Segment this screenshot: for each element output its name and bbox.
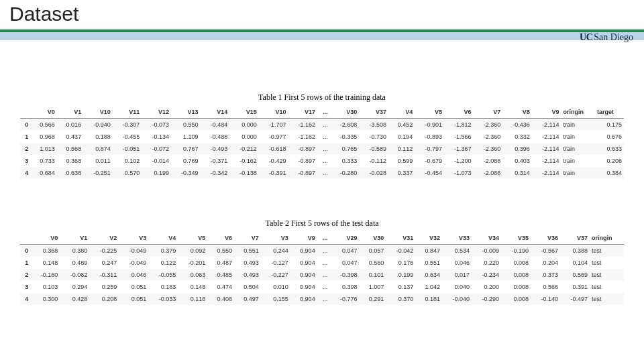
table1-cell: 0.188 — [83, 131, 113, 143]
table2-col-21: oringin — [590, 232, 624, 245]
table1-cell: -0.436 — [502, 119, 532, 131]
table1-cell: 0.437 — [57, 131, 83, 143]
table1-cell: -0.897 — [288, 167, 317, 179]
table2-cell: test — [590, 281, 624, 293]
table2-cell: 0.244 — [261, 245, 290, 257]
table2-cell: 0.008 — [501, 293, 531, 305]
table2-cell: 0.380 — [60, 245, 89, 257]
table1-cell: ... — [317, 143, 330, 155]
table2-cell: 0.104 — [560, 257, 590, 269]
table1-header-row: V0V1V10V11V12V13V14V15V10V17...V30V37V4V… — [20, 106, 624, 119]
table1-cell: -0.307 — [113, 119, 142, 131]
table2-cell: 0.550 — [207, 245, 234, 257]
table2-cell: 0 — [20, 245, 30, 257]
table2-cell: -0.049 — [119, 257, 148, 269]
table2-cell: 0.010 — [261, 281, 290, 293]
table1-cell: -2.360 — [474, 143, 503, 155]
table1-col-15: V5 — [415, 106, 444, 119]
table1-col-17: V7 — [474, 106, 503, 119]
table2-cell: -0.234 — [472, 269, 501, 281]
table2-cell: test — [590, 293, 624, 305]
table2-cell: 0.220 — [472, 257, 501, 269]
table1-cell: 0.968 — [30, 131, 56, 143]
table1-cell: -2.114 — [532, 131, 561, 143]
table2-cell: 0.373 — [531, 269, 560, 281]
page-title: Dataset — [9, 3, 78, 25]
table2-cell: 0.148 — [178, 281, 207, 293]
table1-cell: -0.455 — [113, 131, 142, 143]
table2-row: 40.3000.4280.2080.051-0.0330.1160.4080.4… — [20, 293, 624, 305]
table2-cell: 0.208 — [89, 293, 119, 305]
table2-cell: -0.049 — [119, 245, 148, 257]
table2-cell: ... — [317, 281, 330, 293]
table2-row: 2-0.160-0.062-0.3110.046-0.0550.0630.485… — [20, 269, 624, 281]
table2-cell: 0.560 — [359, 257, 386, 269]
table2-cell: -0.140 — [531, 293, 560, 305]
title-rule — [0, 29, 644, 40]
slide: Dataset UC San Diego Table 1 First 5 row… — [0, 0, 644, 362]
table2-cell: -0.290 — [472, 293, 501, 305]
table2-cell: 0.116 — [178, 293, 207, 305]
table1: V0V1V10V11V12V13V14V15V10V17...V30V37V4V… — [20, 106, 624, 179]
table2-cell: 0.493 — [234, 269, 261, 281]
table2-cell: 0.040 — [442, 281, 472, 293]
table2-cell: 0.474 — [207, 281, 234, 293]
table2-cell: 1.042 — [415, 281, 442, 293]
table1-col-1: V0 — [30, 106, 56, 119]
table2-cell: 0.247 — [89, 257, 119, 269]
table1-cell: -0.391 — [259, 167, 288, 179]
table2-cell: 0.398 — [329, 281, 359, 293]
table1-cell: 1 — [20, 131, 30, 143]
table1-cell: -3.508 — [359, 119, 388, 131]
table2-cell: 0.634 — [415, 269, 442, 281]
table2-cell: 0.008 — [501, 281, 531, 293]
table1-cell: 0.769 — [171, 155, 201, 167]
table1-cell: -0.212 — [229, 143, 259, 155]
table1-cell: -0.371 — [201, 155, 230, 167]
table2-col-15: V32 — [415, 232, 442, 245]
table1-cell: 0.733 — [30, 155, 56, 167]
table1-cell: 0.333 — [330, 155, 360, 167]
table2-col-20: V37 — [560, 232, 590, 245]
table1-cell: 0.199 — [142, 167, 171, 179]
table2-cell: -0.567 — [531, 245, 560, 257]
table1-cell: -0.977 — [259, 131, 288, 143]
table2-col-6: V5 — [178, 232, 207, 245]
table2-cell: -0.040 — [442, 293, 472, 305]
table2-cell: -0.398 — [329, 269, 359, 281]
table1-col-4: V11 — [113, 106, 142, 119]
table1-col-18: V8 — [502, 106, 532, 119]
table1-cell: -0.493 — [201, 143, 230, 155]
table1-cell: -0.429 — [259, 155, 288, 167]
table1-cell: 0.368 — [57, 155, 83, 167]
table1-col-13: V37 — [359, 106, 388, 119]
table1-cell: 0.403 — [502, 155, 532, 167]
table1-cell: train — [561, 119, 594, 131]
table1-col-20: oringin — [561, 106, 594, 119]
table1-cell: -0.488 — [201, 131, 230, 143]
table2-cell: -0.160 — [30, 269, 60, 281]
table1-cell: 1.013 — [30, 143, 56, 155]
table2-col-18: V35 — [501, 232, 531, 245]
table2-cell: 0.103 — [30, 281, 60, 293]
table2-col-10: V9 — [290, 232, 317, 245]
table1-cell: 0.566 — [30, 119, 56, 131]
table2-cell: 0.101 — [359, 269, 386, 281]
table1-cell: 0.396 — [502, 143, 532, 155]
table1-cell: -2.360 — [474, 119, 503, 131]
table1-cell: -0.072 — [142, 143, 171, 155]
table1-cell: -0.797 — [415, 143, 444, 155]
table1-cell: 0.194 — [388, 131, 415, 143]
table2-cell: 0.199 — [386, 269, 415, 281]
table2-cell: 0.200 — [472, 281, 501, 293]
table1-cell: -2.114 — [532, 155, 561, 167]
table2-col-1: V0 — [30, 232, 60, 245]
table1-cell: -0.335 — [330, 131, 360, 143]
table2-cell: -0.062 — [60, 269, 89, 281]
table1-cell: 0.206 — [595, 155, 624, 167]
table2-cell: 2 — [20, 269, 30, 281]
table2-cell: 0.008 — [501, 257, 531, 269]
table1-cell: 0.384 — [595, 167, 624, 179]
table2-cell: 0.368 — [30, 245, 60, 257]
table2-cell: 0.551 — [415, 257, 442, 269]
